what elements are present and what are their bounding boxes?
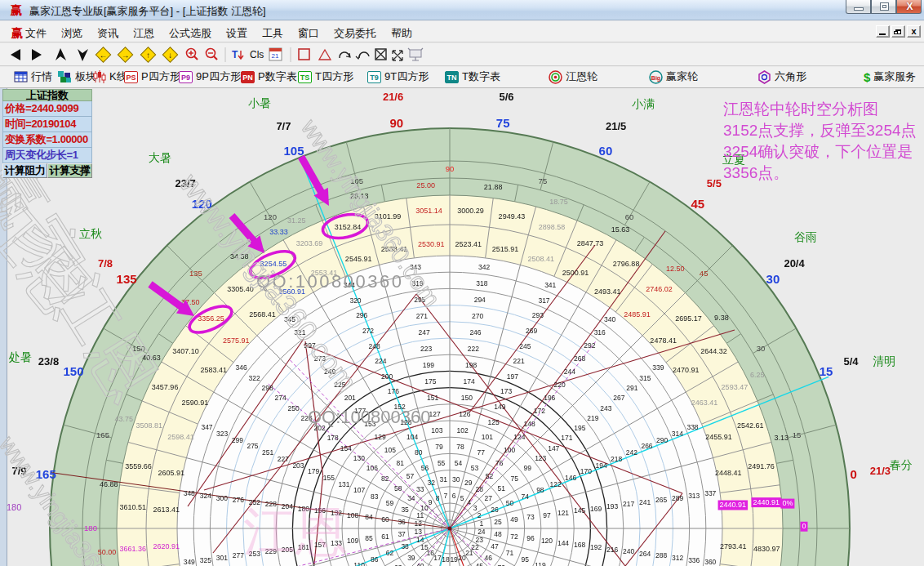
svg-text:←: ← [100,51,108,60]
svg-text:21: 21 [272,52,279,60]
svg-text:T: T [232,49,238,60]
svg-text:→: → [122,51,130,60]
svg-text:Big: Big [651,74,660,81]
svg-text:↓: ↓ [168,51,172,60]
svg-text:Cls: Cls [250,49,264,60]
svg-text:↑: ↑ [146,51,150,60]
